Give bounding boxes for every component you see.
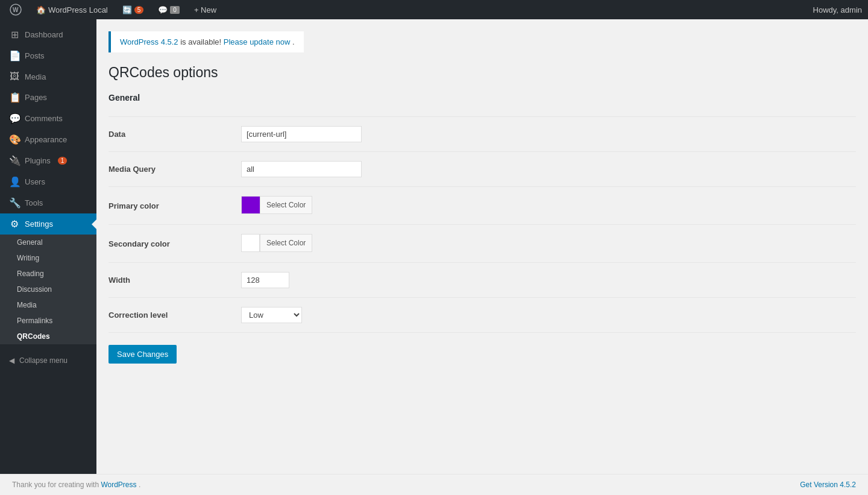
collapse-menu-btn[interactable]: ◀ Collapse menu	[0, 350, 96, 371]
footer-right: Get Version 4.5.2	[800, 481, 856, 489]
tools-icon: 🔧	[9, 197, 20, 209]
sidebar-item-label: Pages	[25, 93, 47, 102]
submenu-item-reading[interactable]: Reading	[0, 266, 96, 282]
submenu-item-qrcodes[interactable]: QRCodes	[0, 329, 96, 344]
sidebar-item-label: Settings	[25, 219, 53, 229]
width-row: Width	[108, 263, 856, 298]
settings-submenu: General Writing Reading Discussion Media…	[0, 235, 96, 344]
sidebar-item-label: Media	[25, 72, 46, 81]
secondary-color-swatch	[242, 235, 260, 251]
primary-color-label: Primary color	[108, 187, 241, 225]
secondary-color-btn[interactable]: Select Color	[260, 235, 312, 251]
footer: Thank you for creating with WordPress . …	[0, 474, 868, 495]
primary-color-btn[interactable]: Select Color	[260, 197, 312, 213]
sidebar-item-label: Posts	[25, 51, 45, 60]
home-icon: 🏠	[36, 5, 46, 14]
update-notice-link2[interactable]: Please update now	[224, 37, 291, 46]
howdy-text: Howdy, admin	[813, 5, 862, 14]
sidebar-item-pages[interactable]: 📋 Pages	[0, 87, 96, 108]
data-input[interactable]	[241, 126, 362, 142]
update-notice-link1[interactable]: WordPress 4.5.2	[120, 37, 178, 46]
sidebar-item-dashboard[interactable]: ⊞ Dashboard	[0, 24, 96, 45]
section-title: General	[108, 93, 856, 107]
media-query-row: Media Query	[108, 152, 856, 187]
options-form: Data Media Query Primary color	[108, 116, 856, 333]
correction-level-row: Correction level Low Medium Q High	[108, 298, 856, 333]
submenu-item-media[interactable]: Media	[0, 297, 96, 313]
page-title: QRCodes options	[108, 65, 856, 81]
submenu-item-writing[interactable]: Writing	[0, 250, 96, 266]
sidebar-item-label: Dashboard	[25, 30, 63, 39]
secondary-color-label: Secondary color	[108, 225, 241, 263]
width-input[interactable]	[241, 272, 289, 288]
plugins-badge: 1	[58, 157, 68, 165]
submenu-item-discussion[interactable]: Discussion	[0, 282, 96, 297]
primary-color-row: Primary color Select Color	[108, 187, 856, 225]
sidebar-item-label: Appearance	[25, 135, 67, 144]
posts-icon: 📄	[9, 50, 20, 61]
updates-icon: 🔄	[122, 5, 132, 14]
users-icon: 👤	[9, 176, 20, 188]
data-label: Data	[108, 117, 241, 152]
svg-text:W: W	[13, 7, 19, 13]
correction-level-select[interactable]: Low Medium Q High	[241, 307, 302, 323]
sidebar-item-label: Users	[25, 177, 45, 186]
active-arrow	[92, 219, 96, 229]
sidebar-item-appearance[interactable]: 🎨 Appearance	[0, 129, 96, 150]
width-label: Width	[108, 263, 241, 298]
data-row: Data	[108, 117, 856, 152]
sidebar-item-label: Comments	[25, 114, 63, 123]
primary-color-swatch	[242, 197, 260, 213]
dashboard-icon: ⊞	[9, 29, 20, 40]
footer-version-link[interactable]: Get Version 4.5.2	[800, 481, 856, 489]
update-notice: WordPress 4.5.2 is available! Please upd…	[108, 31, 304, 52]
primary-color-picker[interactable]: Select Color	[241, 196, 312, 214]
sidebar-item-comments[interactable]: 💬 Comments	[0, 108, 96, 129]
submenu-item-permalinks[interactable]: Permalinks	[0, 313, 96, 329]
media-query-input[interactable]	[241, 161, 362, 177]
comments-sidebar-icon: 💬	[9, 113, 20, 124]
sidebar-item-media[interactable]: 🖼 Media	[0, 66, 96, 87]
main-content: WordPress 4.5.2 is available! Please upd…	[96, 19, 868, 474]
comments-btn[interactable]: 💬 0	[154, 0, 183, 19]
secondary-color-picker[interactable]: Select Color	[241, 234, 312, 252]
correction-level-label: Correction level	[108, 298, 241, 333]
sidebar-item-users[interactable]: 👤 Users	[0, 171, 96, 192]
appearance-icon: 🎨	[9, 134, 20, 145]
sidebar: ⊞ Dashboard 📄 Posts 🖼 Media 📋 Pages 💬 Co…	[0, 19, 96, 474]
wp-logo[interactable]: W	[6, 0, 25, 19]
sidebar-item-label: Tools	[25, 198, 43, 207]
footer-wp-link[interactable]: WordPress	[101, 481, 136, 489]
footer-left: Thank you for creating with WordPress .	[12, 481, 140, 489]
submenu-item-general[interactable]: General	[0, 235, 96, 250]
settings-icon: ⚙	[9, 218, 20, 230]
comments-icon: 💬	[158, 5, 168, 14]
admin-bar: W 🏠 WordPress Local 🔄 5 💬 0 + New Howdy,…	[0, 0, 868, 19]
plugins-icon: 🔌	[9, 155, 20, 166]
pages-icon: 📋	[9, 92, 20, 103]
site-name[interactable]: 🏠 WordPress Local	[33, 0, 112, 19]
sidebar-item-posts[interactable]: 📄 Posts	[0, 45, 96, 66]
media-icon: 🖼	[9, 71, 20, 82]
sidebar-item-settings[interactable]: ⚙ Settings	[0, 213, 96, 235]
collapse-icon: ◀	[9, 356, 14, 365]
sidebar-item-plugins[interactable]: 🔌 Plugins 1	[0, 150, 96, 171]
sidebar-item-label: Plugins	[25, 156, 51, 165]
updates-btn[interactable]: 🔄 5	[119, 0, 148, 19]
sidebar-item-tools[interactable]: 🔧 Tools	[0, 192, 96, 213]
save-changes-button[interactable]: Save Changes	[108, 345, 177, 364]
secondary-color-row: Secondary color Select Color	[108, 225, 856, 263]
new-content-btn[interactable]: + New	[190, 0, 220, 19]
media-query-label: Media Query	[108, 152, 241, 187]
